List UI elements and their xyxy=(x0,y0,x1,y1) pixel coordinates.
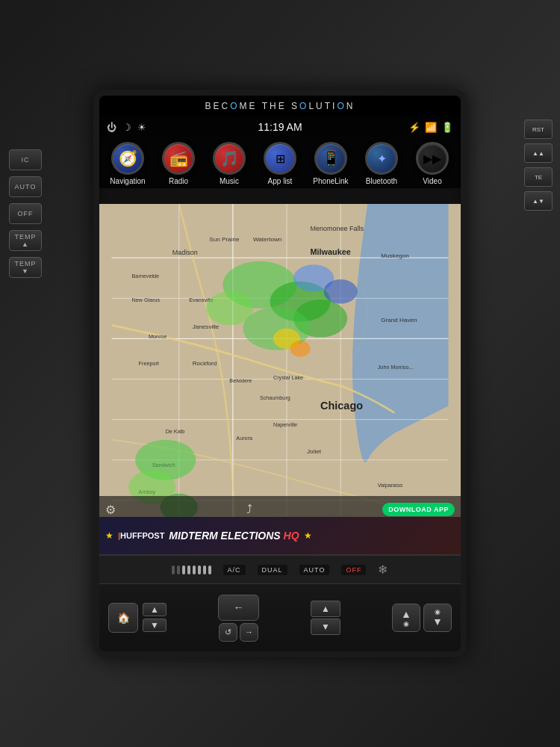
fan-adjust-button[interactable]: ▲▼ xyxy=(524,191,553,211)
off-label: OFF xyxy=(341,565,366,575)
temp-controls: ▲ ▼ xyxy=(311,601,340,635)
power-icon: ⏻ xyxy=(107,122,116,133)
te-button[interactable]: TE xyxy=(524,167,553,187)
nav-controls-row: 🏠 ▲ ▼ ← ↺ → ▲ xyxy=(99,584,461,651)
off-button[interactable]: OFF xyxy=(9,203,42,224)
map-background: Chicago Sun Prairie Watertown Menomonee … xyxy=(99,204,461,554)
recirculate-button[interactable]: ↺ xyxy=(219,623,237,642)
app-radio[interactable]: 📻 Radio xyxy=(156,142,201,185)
video-icon: ▶▶ xyxy=(416,142,449,175)
volume-up-button[interactable]: ▲ ◉ xyxy=(392,604,420,632)
svg-text:Barnevelde: Barnevelde xyxy=(132,273,159,279)
svg-text:Sun Prairie: Sun Prairie xyxy=(209,236,240,243)
forward-button[interactable]: → xyxy=(240,623,258,642)
home-back-buttons: 🏠 ▲ ▼ xyxy=(108,603,167,633)
midterm-headline: MIDTERM ELECTIONS HQ xyxy=(169,530,299,542)
temp-down-button[interactable]: TEMP ▼ xyxy=(9,257,42,278)
bottom-panel: A/C DUAL AUTO OFF ❄ 🏠 ▲ ▼ xyxy=(99,554,461,651)
svg-text:New Glarus: New Glarus xyxy=(132,297,161,303)
svg-text:Chicago: Chicago xyxy=(320,400,363,412)
center-arrow-row: ↺ → xyxy=(219,623,258,642)
nav-up-button[interactable]: ▲ xyxy=(143,603,167,616)
svg-text:Joliet: Joliet xyxy=(307,448,322,455)
svg-text:Janesville: Janesville xyxy=(193,323,220,330)
radio-icon: 📻 xyxy=(162,142,195,175)
app-bluetooth[interactable]: ✦ Bluetooth xyxy=(359,142,404,185)
volume-controls: ▲ ◉ ◉ ▼ xyxy=(392,604,452,632)
svg-point-45 xyxy=(324,279,358,303)
svg-text:Monroe: Monroe xyxy=(149,333,167,340)
map-area[interactable]: Chicago Sun Prairie Watertown Menomonee … xyxy=(99,204,461,554)
bluetooth-status-icon: ⚡ xyxy=(408,122,420,133)
screen-bezel: BECOME THE SOLUTION ⏻ ☽ ☀ 11:19 AM ⚡ 📶 🔋… xyxy=(93,90,467,657)
center-controls: ← ↺ → xyxy=(218,595,259,642)
volume-down-button[interactable]: ◉ ▼ xyxy=(423,604,452,632)
share-icon[interactable]: ⤴ xyxy=(246,503,252,516)
bluetooth-label: Bluetooth xyxy=(366,177,397,185)
svg-text:Aurora: Aurora xyxy=(236,435,252,441)
applist-label: App list xyxy=(268,177,293,185)
brand-bar: BECOME THE SOLUTION xyxy=(99,96,461,117)
huffpost-logo: |HUFFPOST xyxy=(118,531,164,540)
auto-label: AUTO xyxy=(299,565,330,575)
left-side-buttons: IC AUTO OFF TEMP ▲ TEMP ▼ xyxy=(9,149,42,278)
download-app-button[interactable]: DOWNLOAD APP xyxy=(382,503,455,516)
navigation-label: Navigation xyxy=(110,177,145,185)
app-video[interactable]: ▶▶ Video xyxy=(410,142,455,185)
svg-text:Crystal Lake: Crystal Lake xyxy=(273,374,303,381)
music-icon: 🎵 xyxy=(213,142,246,175)
moon-icon: ☽ xyxy=(122,122,131,133)
video-label: Video xyxy=(423,177,441,185)
temp-up-button[interactable]: TEMP ▲ xyxy=(9,230,42,251)
svg-text:Milwaukee: Milwaukee xyxy=(311,247,351,256)
temp-up-btn[interactable]: ▲ xyxy=(311,601,340,617)
settings-icon[interactable]: ⚙ xyxy=(105,503,116,517)
fan-dot-8 xyxy=(208,565,211,574)
fan-dot-3 xyxy=(182,565,185,574)
nav-arrows: ▲ ▼ xyxy=(143,603,167,633)
auto-button[interactable]: AUTO xyxy=(9,176,42,197)
huffpost-banner[interactable]: ★ |HUFFPOST MIDTERM ELECTIONS HQ ★ xyxy=(99,517,461,554)
music-label: Music xyxy=(220,177,239,185)
status-right-icons: ⚡ 📶 🔋 xyxy=(408,122,453,133)
brightness-icon: ☀ xyxy=(137,122,146,133)
home-button[interactable]: 🏠 xyxy=(108,603,138,633)
brand-text: BECOME THE SOLUTION xyxy=(205,101,355,111)
back-button[interactable]: ← xyxy=(218,595,259,621)
svg-text:Grand Haven: Grand Haven xyxy=(381,317,417,323)
fan-dot-6 xyxy=(198,565,201,574)
ic-button[interactable]: IC xyxy=(9,149,42,170)
app-phonelink[interactable]: 📱 PhoneLink xyxy=(308,142,353,185)
svg-text:Freeport: Freeport xyxy=(139,360,159,367)
status-left-icons: ⏻ ☽ ☀ xyxy=(107,122,146,133)
fan-dot-1 xyxy=(172,565,175,574)
svg-text:Naperville: Naperville xyxy=(273,421,297,428)
temp-down-btn[interactable]: ▼ xyxy=(311,619,340,635)
status-time: 11:19 AM xyxy=(258,121,302,133)
app-navigation[interactable]: 🧭 Navigation xyxy=(105,142,150,185)
climate-row: A/C DUAL AUTO OFF ❄ xyxy=(99,556,461,584)
vent-icon: ❄ xyxy=(378,562,388,577)
svg-text:Menomonee Falls: Menomonee Falls xyxy=(311,225,364,232)
fan-dot-7 xyxy=(203,565,206,574)
fan-speed-indicator xyxy=(172,565,211,574)
right-side-buttons: RST ▲▲ TE ▲▼ xyxy=(524,120,553,211)
nav-down-button[interactable]: ▼ xyxy=(143,619,167,632)
star-icon: ★ xyxy=(105,530,113,541)
bluetooth-icon: ✦ xyxy=(365,142,398,175)
app-applist[interactable]: ⊞ App list xyxy=(258,142,302,185)
star-icon-2: ★ xyxy=(304,530,312,541)
dual-label: DUAL xyxy=(258,565,287,575)
applist-icon: ⊞ xyxy=(264,142,296,175)
rst-button[interactable]: RST xyxy=(524,120,553,139)
svg-text:Rockford: Rockford xyxy=(193,360,217,367)
car-surround: IC AUTO OFF TEMP ▲ TEMP ▼ RST ▲▲ TE ▲▼ B… xyxy=(0,0,560,747)
svg-text:John Morriso...: John Morriso... xyxy=(378,364,414,371)
app-music[interactable]: 🎵 Music xyxy=(207,142,252,185)
fan-high-button[interactable]: ▲▲ xyxy=(524,143,553,163)
battery-icon: 🔋 xyxy=(441,122,453,133)
radio-label: Radio xyxy=(169,177,188,185)
phonelink-icon: 📱 xyxy=(314,142,347,175)
svg-text:Madison: Madison xyxy=(172,249,198,256)
phonelink-label: PhoneLink xyxy=(313,177,348,185)
